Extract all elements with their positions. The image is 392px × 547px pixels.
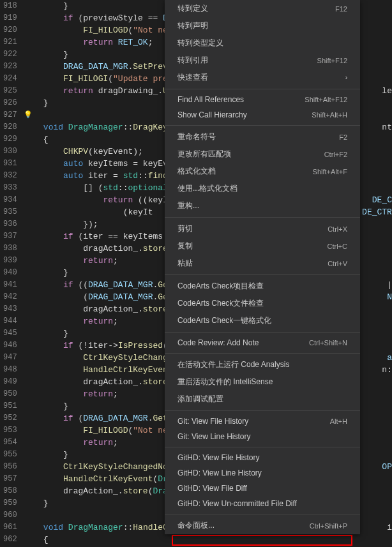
menu-item[interactable]: 剪切Ctrl+X [165, 220, 360, 237]
line-number: 918 [3, 0, 17, 12]
line-number: 949 [3, 376, 17, 388]
menu-item[interactable]: Git: View Line History [165, 429, 360, 444]
code-line[interactable]: { [24, 534, 392, 546]
menu-item-shortcut: Ctrl+V [328, 260, 347, 267]
menu-item-label: 快速查看 [177, 72, 208, 83]
line-number: 944 [3, 315, 17, 327]
menu-item[interactable]: GitHD: View Un-committed File Diff [165, 496, 360, 511]
menu-item-label: 使用...格式化文档 [177, 183, 237, 194]
menu-item-label: CodeArts Check一键格式化 [177, 315, 271, 326]
line-number: 961 [3, 521, 17, 534]
menu-item[interactable]: 复制Ctrl+C [165, 237, 360, 255]
line-number: 956 [3, 461, 17, 473]
menu-item[interactable]: GitHD: View File History [165, 450, 360, 465]
line-number: 950 [3, 388, 17, 400]
menu-item[interactable]: 转到类型定义 [165, 34, 360, 52]
menu-item-label: 复制 [177, 241, 193, 251]
menu-item-label: GitHD: View File Diff [177, 484, 247, 493]
menu-item-shortcut: Shift+Alt+F [313, 168, 347, 176]
line-number: 921 [3, 36, 17, 49]
menu-separator [165, 447, 360, 447]
menu-item-label: 添加调试配置 [177, 394, 223, 405]
menu-separator [165, 353, 360, 354]
menu-item-shortcut: Ctrl+F2 [324, 151, 347, 158]
menu-item-shortcut: Ctrl+C [328, 243, 347, 250]
menu-item[interactable]: 格式化文档Shift+Alt+F [165, 163, 360, 180]
menu-item-label: 粘贴 [177, 258, 193, 269]
line-number: 962 [3, 534, 17, 546]
line-number: 936 [3, 218, 17, 230]
menu-item-label: 重构... [177, 200, 199, 211]
menu-item[interactable]: 使用...格式化文档 [165, 180, 360, 197]
menu-item[interactable]: 重启活动文件的 IntelliSense [165, 373, 360, 391]
line-number: 945 [3, 327, 17, 340]
menu-item[interactable]: CodeArts Check一键格式化 [165, 312, 360, 329]
line-number: 947 [3, 352, 17, 364]
menu-item[interactable]: 转到引用Shift+F12 [165, 52, 360, 69]
menu-item-label: 转到类型定义 [177, 38, 223, 49]
line-number: 924 [3, 73, 17, 85]
line-number: 939 [3, 255, 17, 267]
menu-item[interactable]: Code Review: Add NoteCtrl+Shift+N [165, 335, 360, 350]
menu-item-label: CodeArts Check文件检查 [177, 298, 264, 309]
menu-item[interactable]: Show Call HierarchyShift+Alt+H [165, 107, 360, 123]
menu-item[interactable]: GitHD: View File Diff [165, 481, 360, 496]
menu-item[interactable]: 快速查看› [165, 69, 360, 86]
line-number: 927 [3, 109, 17, 121]
menu-item[interactable]: 转到声明 [165, 17, 360, 34]
line-number: 954 [3, 437, 17, 449]
menu-item[interactable]: 在活动文件上运行 Code Analysis [165, 356, 360, 373]
line-number: 922 [3, 49, 17, 61]
line-number: 941 [3, 279, 17, 291]
menu-item[interactable]: 重命名符号F2 [165, 128, 360, 146]
menu-item-label: GitHD: View Line History [177, 468, 262, 477]
chevron-right-icon: › [345, 74, 347, 81]
line-number: 951 [3, 400, 17, 412]
menu-item[interactable]: 转到定义F12 [165, 0, 360, 17]
line-number: 929 [3, 133, 17, 146]
menu-item-label: Find All References [177, 95, 244, 104]
line-number: 958 [3, 485, 17, 497]
menu-item-label: Show Call Hierarchy [177, 110, 247, 119]
menu-separator [165, 514, 360, 514]
menu-item-shortcut: Alt+H [330, 417, 347, 425]
menu-item[interactable]: CodeArts Check项目检查 [165, 278, 360, 295]
menu-item[interactable]: 粘贴Ctrl+V [165, 255, 360, 272]
menu-separator [165, 89, 360, 89]
line-number: 923 [3, 61, 17, 73]
line-number-gutter: 9189199209219229239249259269279289299309… [0, 0, 24, 547]
line-number: 925 [3, 85, 17, 97]
menu-item-label: 在活动文件上运行 Code Analysis [177, 359, 289, 370]
menu-item-label: 格式化文档 [177, 166, 216, 177]
menu-item[interactable]: 命令面板...Ctrl+Shift+P [165, 517, 360, 534]
line-number: 938 [3, 243, 17, 255]
line-number: 920 [3, 24, 17, 36]
line-number: 935 [3, 206, 17, 218]
menu-item[interactable]: Git: View File HistoryAlt+H [165, 414, 360, 429]
menu-item-label: 重命名符号 [177, 131, 216, 142]
menu-item-label: 转到定义 [177, 3, 208, 14]
menu-item-label: GitHD: View Un-committed File Diff [177, 499, 297, 508]
menu-item-shortcut: Ctrl+X [328, 225, 347, 233]
line-number: 957 [3, 473, 17, 485]
menu-item[interactable]: 更改所有匹配项Ctrl+F2 [165, 146, 360, 163]
line-number: 933 [3, 182, 17, 194]
menu-item[interactable]: GitHD: View Line History [165, 465, 360, 481]
menu-item-label: Code Review: Add Note [177, 338, 259, 347]
line-number: 953 [3, 424, 17, 437]
menu-item-shortcut: Ctrl+Shift+P [310, 522, 347, 530]
menu-item-label: 转到声明 [177, 20, 208, 31]
menu-item[interactable]: Find All ReferencesShift+Alt+F12 [165, 92, 360, 107]
menu-item-label: GitHD: View File History [177, 453, 259, 462]
line-number: 952 [3, 412, 17, 424]
menu-item[interactable]: CodeArts Check文件检查 [165, 295, 360, 312]
menu-item-shortcut: F12 [335, 5, 347, 13]
menu-item-label: 剪切 [177, 223, 193, 234]
line-number: 960 [3, 509, 17, 521]
menu-item[interactable]: 重构... [165, 197, 360, 214]
menu-separator [165, 217, 360, 218]
line-number: 940 [3, 267, 17, 279]
menu-item[interactable]: 添加调试配置 [165, 391, 360, 408]
line-number: 942 [3, 291, 17, 303]
line-number: 930 [3, 146, 17, 158]
